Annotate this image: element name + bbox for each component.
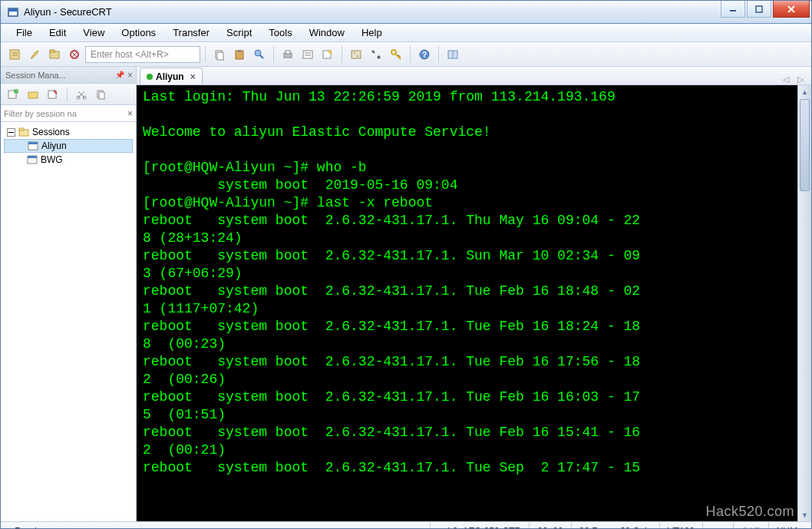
tab-label: Aliyun (156, 71, 184, 82)
vertical-scrollbar[interactable]: ▲ ▼ (797, 85, 811, 521)
menu-window[interactable]: Window (302, 25, 352, 41)
host-placeholder-text: Enter host <Alt+R> (91, 49, 169, 60)
status-cursor: 22, 22 (529, 522, 570, 529)
copy-session-icon[interactable] (92, 86, 111, 103)
svg-rect-45 (28, 156, 37, 158)
svg-point-31 (14, 89, 18, 94)
app-icon (7, 6, 19, 18)
svg-rect-41 (19, 128, 24, 131)
sidebar-filter[interactable]: Filter by session na × (1, 105, 136, 122)
session-manager-panel: Session Mana... 📌 × Filter by session na… (1, 67, 137, 521)
close-button[interactable] (773, 1, 810, 18)
minimize-button[interactable] (721, 1, 745, 18)
sidebar-title: Session Mana... (5, 71, 66, 80)
options-icon[interactable] (347, 45, 365, 64)
copy-icon[interactable] (210, 45, 229, 64)
main-toolbar: Enter host <Alt+R> ? (1, 42, 811, 67)
svg-point-23 (354, 52, 355, 54)
help-icon[interactable]: ? (415, 45, 434, 64)
edit-session-icon[interactable] (44, 86, 62, 103)
properties-icon[interactable] (299, 45, 317, 64)
svg-rect-17 (286, 51, 290, 54)
tree-item-aliyun[interactable]: Aliyun (4, 139, 133, 153)
svg-rect-18 (303, 51, 312, 58)
session-tree: Sessions Aliyun BWG (1, 122, 136, 521)
menu-view[interactable]: View (75, 25, 112, 41)
session-manager-icon[interactable] (5, 45, 24, 64)
svg-rect-37 (99, 92, 104, 99)
tree-item-label: Aliyun (41, 141, 67, 151)
connect-tab-icon[interactable] (45, 45, 64, 64)
tab-close-icon[interactable]: × (190, 71, 196, 82)
svg-rect-12 (217, 52, 223, 60)
svg-rect-22 (352, 51, 361, 58)
sidebar-toolbar (1, 84, 136, 105)
sidebar-close-icon[interactable]: × (127, 70, 133, 81)
tree-item-label: BWG (41, 154, 63, 165)
reconnect-icon[interactable] (65, 45, 84, 64)
svg-rect-14 (238, 50, 241, 52)
status-cap: CAP (733, 522, 768, 529)
status-cipher: ssh2: AES-256-CTR (430, 522, 529, 529)
svg-rect-5 (10, 50, 19, 59)
sidebar-header: Session Mana... 📌 × (1, 67, 136, 84)
status-size: 22 Rows, 60 Cols (571, 522, 659, 529)
svg-point-24 (357, 55, 358, 57)
menu-bar: File Edit View Options Transfer Script T… (1, 24, 811, 42)
status-ready: Ready (7, 522, 430, 529)
filter-clear-icon[interactable]: × (127, 108, 133, 119)
print-icon[interactable] (279, 45, 297, 64)
tab-nav-arrows[interactable]: ◁ ▷ (783, 74, 807, 84)
host-input[interactable]: Enter host <Alt+R> (85, 46, 200, 63)
pin-icon[interactable]: 📌 (115, 71, 124, 79)
tab-bar: Aliyun × ◁ ▷ (137, 67, 811, 85)
tools-icon[interactable] (367, 45, 385, 64)
window-title: Aliyun - SecureCRT (24, 6, 721, 18)
terminal[interactable]: Last login: Thu Jun 13 22:26:59 2019 fro… (137, 85, 797, 521)
menu-help[interactable]: Help (354, 25, 390, 41)
session-icon (28, 141, 38, 151)
menu-transfer[interactable]: Transfer (165, 25, 217, 41)
paste-icon[interactable] (230, 45, 249, 64)
maximize-button[interactable] (747, 1, 771, 18)
svg-rect-4 (756, 6, 762, 12)
status-num: NUM (768, 522, 805, 529)
folder-icon (18, 127, 29, 137)
toggle-icon[interactable] (444, 45, 462, 64)
menu-file[interactable]: File (8, 25, 40, 41)
title-bar: Aliyun - SecureCRT (1, 1, 811, 24)
status-bar: Ready ssh2: AES-256-CTR 22, 22 22 Rows, … (1, 521, 811, 529)
new-session-icon[interactable] (4, 86, 22, 103)
cut-icon[interactable] (72, 86, 91, 103)
svg-text:?: ? (422, 51, 427, 59)
tree-root[interactable]: Sessions (4, 125, 133, 139)
menu-tools[interactable]: Tools (261, 25, 299, 41)
status-emulation: VT100 (659, 522, 702, 529)
svg-rect-32 (28, 92, 38, 98)
scrollbar-thumb[interactable] (800, 99, 810, 191)
tree-root-label: Sessions (32, 127, 70, 137)
tree-item-bwg[interactable]: BWG (4, 153, 133, 167)
session-icon (27, 154, 38, 165)
svg-rect-9 (50, 50, 54, 52)
find-icon[interactable] (250, 45, 269, 64)
new-folder-icon[interactable] (24, 86, 42, 103)
svg-rect-2 (9, 9, 17, 12)
tab-aliyun[interactable]: Aliyun × (140, 68, 203, 84)
main-area: Aliyun × ◁ ▷ Last login: Thu Jun 13 22:2… (137, 67, 811, 521)
menu-script[interactable]: Script (219, 25, 259, 41)
menu-edit[interactable]: Edit (41, 25, 74, 41)
svg-point-15 (255, 50, 261, 56)
menu-options[interactable]: Options (114, 25, 163, 41)
svg-rect-43 (28, 142, 38, 144)
quick-connect-icon[interactable] (25, 45, 44, 64)
new-session-icon[interactable] (319, 45, 337, 64)
status-dot-icon (147, 74, 153, 80)
key-icon[interactable] (387, 45, 405, 64)
collapse-icon[interactable] (7, 128, 15, 137)
filter-placeholder: Filter by session na (4, 109, 77, 118)
